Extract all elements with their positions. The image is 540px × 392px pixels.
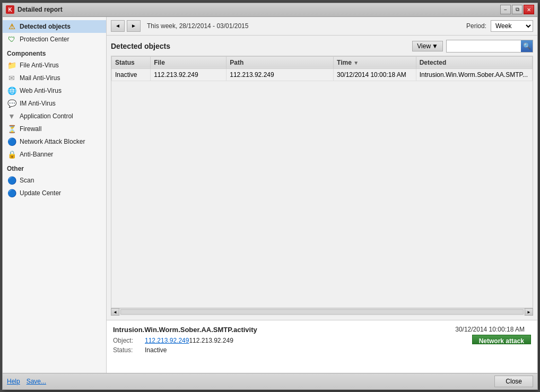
sidebar-item-mail-antivirus[interactable]: ✉ Mail Anti-Virus [3,72,106,84]
detail-status-label: Status: [113,346,145,354]
detected-objects-icon: ⚠ [7,22,16,31]
other-header: Other [3,161,106,174]
search-input[interactable] [447,41,521,51]
col-header-status[interactable]: Status [112,56,151,68]
detail-object-row: Object: 112.213.92.249112.213.92.249 Net… [113,337,531,344]
sidebar-item-detected-label: Detected objects [20,23,71,30]
main-content: ⚠ Detected objects 🛡 Protection Center C… [3,17,537,373]
sidebar-item-firewall[interactable]: ⏳ Firewall [3,123,106,135]
sidebar-item-anti-banner[interactable]: 🔒 Anti-Banner [3,148,106,161]
save-link[interactable]: Save... [27,378,46,385]
sidebar-item-file-antivirus[interactable]: 📁 File Anti-Virus [3,59,106,72]
cell-file: 112.213.92.249 [151,68,227,81]
main-window: K Detailed report − ⧉ ✕ ⚠ Detected objec… [2,3,538,390]
bottom-bar: Help Save... Close [3,373,537,389]
right-panel: ◄ ► This week, 28/12/2014 - 03/01/2015 P… [107,17,537,373]
sidebar-item-detected-objects[interactable]: ⚠ Detected objects [3,20,106,33]
help-link[interactable]: Help [7,378,20,385]
network-attack-blocker-icon: 🔵 [7,137,16,146]
mail-antivirus-icon: ✉ [7,73,16,83]
sidebar-web-label: Web Anti-Virus [20,87,62,94]
cell-detected: Intrusion.Win.Worm.Sober.AA.SMTP... [416,68,532,81]
application-control-icon: ▼ [7,111,16,121]
horizontal-scrollbar[interactable]: ◄ ► [111,308,533,316]
components-header: Components [3,46,106,59]
detail-object-label: Object: [113,337,145,344]
restore-button[interactable]: ⧉ [512,5,522,14]
detail-object-link[interactable]: 112.213.92.249 [145,337,189,344]
detail-status-row: Status: Inactive [113,346,531,354]
sidebar-file-label: File Anti-Virus [20,62,59,69]
title-bar: K Detailed report − ⧉ ✕ [3,3,537,17]
period-label: Period: [466,22,486,30]
title-bar-buttons: − ⧉ ✕ [500,5,534,14]
sidebar-item-application-control[interactable]: ▼ Application Control [3,110,106,123]
detail-status-value: Inactive [145,346,167,354]
table-row[interactable]: Inactive 112.213.92.249 112.213.92.249 3… [112,68,533,81]
sidebar-network-label: Network Attack Blocker [20,138,85,145]
content-title: Detected objects [111,42,170,50]
detail-object-value: 112.213.92.249112.213.92.249 [145,337,233,344]
update-center-icon: 🔵 [7,188,16,198]
sidebar-scan-label: Scan [20,177,34,184]
period-select[interactable]: Week Day Month Year Custom [491,20,533,32]
detail-object-suffix: 112.213.92.249 [189,337,233,344]
sidebar-item-im-antivirus[interactable]: 💬 IM Anti-Virus [3,97,106,110]
firewall-icon: ⏳ [7,124,16,134]
sidebar: ⚠ Detected objects 🛡 Protection Center C… [3,17,107,373]
sidebar-item-protection-label: Protection Center [20,36,69,43]
sidebar-item-web-antivirus[interactable]: 🌐 Web Anti-Virus [3,84,106,97]
sidebar-item-protection-center[interactable]: 🛡 Protection Center [3,33,106,46]
scan-icon: 🔵 [7,176,16,185]
next-button[interactable]: ► [127,20,141,32]
web-antivirus-icon: 🌐 [7,86,16,95]
sidebar-item-update-center[interactable]: 🔵 Update Center [3,187,106,199]
sidebar-im-label: IM Anti-Virus [20,100,56,107]
data-table: Status File Path Time ▼ [111,56,533,81]
network-attack-button[interactable]: Network attack [472,335,531,344]
col-header-time[interactable]: Time ▼ [334,56,416,68]
content-area: Detected objects View ▼ 🔍 [107,36,537,320]
cell-time: 30/12/2014 10:00:18 AM [334,68,416,81]
file-antivirus-icon: 📁 [7,60,16,70]
cell-path: 112.213.92.249 [227,68,334,81]
bottom-left-links: Help Save... [7,378,46,385]
protection-center-icon: 🛡 [7,34,16,44]
prev-button[interactable]: ◄ [111,20,125,32]
date-range: This week, 28/12/2014 - 03/01/2015 [143,22,464,30]
detail-title: Intrusion.Win.Worm.Sober.AA.SMTP.activit… [113,326,257,334]
view-search-bar: View ▼ 🔍 [412,40,533,53]
col-header-path[interactable]: Path [227,56,334,68]
search-button[interactable]: 🔍 [521,40,533,52]
close-window-button[interactable]: ✕ [524,5,534,14]
detail-timestamp: 30/12/2014 10:00:18 AM [455,326,525,333]
sidebar-app-label: Application Control [20,112,73,120]
toolbar: ◄ ► This week, 28/12/2014 - 03/01/2015 P… [107,17,537,36]
content-header: Detected objects View ▼ 🔍 [111,40,533,53]
col-header-detected[interactable]: Detected [416,56,532,68]
sidebar-item-network-attack-blocker[interactable]: 🔵 Network Attack Blocker [3,135,106,148]
search-icon: 🔍 [523,42,531,50]
sidebar-mail-label: Mail Anti-Virus [20,74,60,82]
cell-status: Inactive [112,68,151,81]
minimize-button[interactable]: − [500,5,511,14]
app-icon: K [6,5,14,14]
search-box: 🔍 [446,40,533,53]
anti-banner-icon: 🔒 [7,150,16,159]
scroll-left-button[interactable]: ◄ [111,308,119,316]
col-header-file[interactable]: File [151,56,227,68]
sidebar-firewall-label: Firewall [20,125,41,133]
im-antivirus-icon: 💬 [7,99,16,108]
scroll-track[interactable] [120,309,524,315]
sidebar-update-label: Update Center [20,189,61,197]
scroll-right-button[interactable]: ► [525,308,533,316]
time-sort-icon: ▼ [353,60,359,66]
detail-panel: Intrusion.Win.Worm.Sober.AA.SMTP.activit… [107,320,537,373]
view-button[interactable]: View ▼ [412,41,443,51]
view-label: View [417,42,431,50]
close-button[interactable]: Close [494,376,533,387]
sidebar-item-scan[interactable]: 🔵 Scan [3,174,106,187]
window-title: Detailed report [18,6,500,13]
view-arrow-icon: ▼ [432,42,438,50]
data-table-wrapper: Status File Path Time ▼ [111,56,533,308]
